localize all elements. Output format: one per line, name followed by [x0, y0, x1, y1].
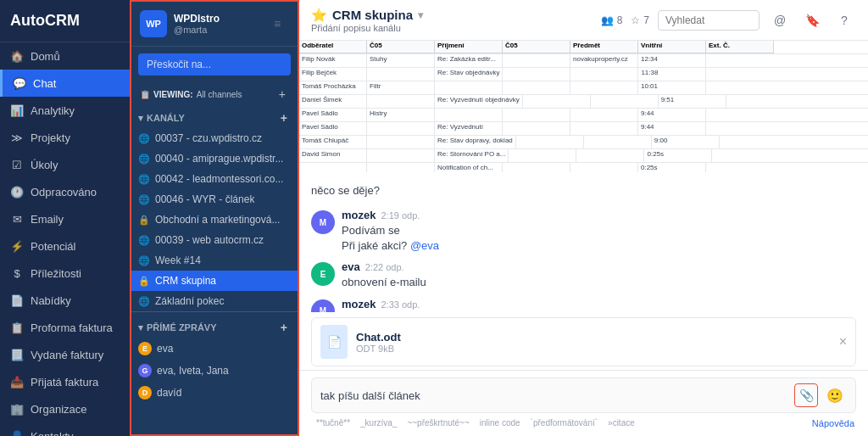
message-input[interactable] [320, 389, 789, 402]
message-group-1: Eeva2:22 odp.obnovení e-mailu [311, 260, 856, 290]
workspace-user: @marta [174, 25, 259, 35]
nav-item-přijatá-faktura[interactable]: 📥Přijatá faktura [0, 368, 130, 395]
spreadsheet-row: Pavel SádloRe: Vyzvednutí9:44 [299, 122, 868, 136]
attach-button[interactable]: 📎 [794, 383, 818, 407]
format-button-0[interactable]: **tučně** [313, 416, 353, 429]
format-button-1[interactable]: _kurzíva_ [357, 416, 400, 429]
add-channel-button[interactable]: + [275, 87, 289, 101]
channel-description[interactable]: Přidání popisu kanálu [311, 23, 423, 33]
nav-label: Úkoly [31, 159, 58, 171]
help-icon[interactable]: ? [832, 8, 856, 32]
header-actions: 👥 8 ☆ 7 @ 🔖 ? [601, 8, 856, 32]
nav-item-analytiky[interactable]: 📊Analytiky [0, 97, 130, 124]
nav-icon: 💬 [13, 76, 26, 90]
nav-item-chat[interactable]: 💬Chat [0, 70, 130, 97]
spreadsheet-row: Daniel ŠimekRe: Vyzvednutí objednávky9:5… [299, 95, 868, 109]
main-chat: ⭐ CRM skupina ▾ Přidání popisu kanálu 👥 … [299, 0, 868, 436]
channel-icon: 🔒 [138, 215, 150, 226]
attachment-close-button[interactable]: × [839, 334, 847, 349]
msg-time: 2:33 odp. [381, 299, 420, 310]
jump-to-search[interactable]: Přeskočit na... [138, 53, 291, 75]
nav-label: Projekty [31, 131, 70, 144]
nav-item-příležitosti[interactable]: $Příležitosti [0, 260, 130, 287]
channel-item-1[interactable]: 🌐00040 - amiprague.wpdistr... [131, 148, 298, 169]
spreadsheet-row: Tomáš ChlupáčRe: Stav dopravy, doklad9:0… [299, 136, 868, 149]
nav-item-projekty[interactable]: ≫Projekty [0, 124, 130, 151]
channel-icon: 🔒 [138, 276, 150, 287]
bookmark-icon[interactable]: 🔖 [800, 8, 824, 32]
nav-item-vydané-faktury[interactable]: 📃Vydané faktury [0, 341, 130, 368]
channel-icon: 🌐 [138, 194, 150, 205]
nav-item-nabídky[interactable]: 📄Nabídky [0, 287, 130, 314]
channel-item-5[interactable]: 🌐00039 - web autocrm.cz [131, 230, 298, 250]
members-count: 👥 8 [601, 14, 623, 26]
nav-label: Odpracováno [31, 186, 97, 198]
dm-item-2[interactable]: Ddavíd [131, 382, 298, 404]
channel-label: 00040 - amiprague.wpdistr... [155, 153, 283, 165]
channel-item-4[interactable]: 🔒Obchodní a marketingová... [131, 210, 298, 230]
nav-icon: 📄 [10, 293, 24, 307]
nav-icon: 👤 [10, 429, 24, 436]
emoji-button[interactable]: 🙂 [823, 383, 847, 407]
add-dm-plus[interactable]: + [277, 321, 291, 334]
nav-item-organizace[interactable]: 🏢Organizace [0, 395, 130, 422]
channel-label: 00039 - web autocrm.cz [155, 234, 264, 246]
nav-label: Kontakty [31, 430, 74, 437]
format-button-5[interactable]: »citace [604, 416, 638, 429]
spreadsheet-row: Filip NovákStuhyRe: Zakázka editr...nova… [299, 54, 868, 68]
message-group-2: Mmozek2:33 odp.Mě se to neděje. Zkus akt… [311, 298, 856, 312]
message-avatar: M [311, 299, 335, 312]
nav-icon: ☑ [10, 158, 24, 171]
nav-item-odpracováno[interactable]: 🕐Odpracováno [0, 178, 130, 205]
format-button-2[interactable]: ~~přeškrtnuté~~ [403, 416, 472, 429]
nav-label: Organizace [31, 403, 86, 416]
spreadsheet-row: David SimonRe: Stornování PO a...0:25s [299, 149, 868, 163]
channel-label: Základní pokec [155, 295, 224, 307]
message-avatar: E [311, 262, 335, 286]
channel-item-0[interactable]: 🌐00037 - czu.wpdistro.cz [131, 128, 298, 148]
format-button-3[interactable]: inline code [476, 416, 524, 429]
channel-icon: 🌐 [138, 133, 150, 144]
section-header-0: ▾KANÁLY+ [131, 106, 298, 128]
nav-item-emaily[interactable]: ✉Emaily [0, 205, 130, 232]
left-sidebar: AutoCRM 🏠Domů💬Chat📊Analytiky≫Projekty☑Úk… [0, 0, 130, 436]
msg-text: Při jaké akci? @eva [342, 238, 856, 254]
msg-sender: mozek [342, 298, 376, 310]
nav-item-domů[interactable]: 🏠Domů [0, 42, 130, 70]
channel-item-6[interactable]: 🌐Week #14 [131, 250, 298, 271]
workspace-header: WP WPDIstro @marta ≡ [131, 2, 298, 47]
format-help-link[interactable]: Nápověda [812, 418, 854, 428]
standalone-question: něco se děje? [311, 181, 856, 200]
spreadsheet-row: Filip BejčekRe: Stav objednávky11:38 [299, 68, 868, 81]
format-button-4[interactable]: `předformátování` [527, 416, 601, 429]
chat-search-input[interactable] [658, 10, 760, 31]
channel-icon: 🌐 [138, 235, 150, 246]
messages-area: něco se děje?Mmozek2:19 odp.Podívám sePř… [299, 172, 868, 312]
channel-item-3[interactable]: 🌐00046 - WYR - článek [131, 189, 298, 210]
section-header-1: ▾PŘÍMÉ ZPRÁVY+ [131, 316, 298, 338]
add-channel-plus[interactable]: + [277, 111, 291, 125]
attachment-name: Chat.odt [356, 331, 831, 344]
channel-item-2[interactable]: 🌐00042 - leadmontessori.co... [131, 169, 298, 189]
nav-icon: 📋 [10, 321, 24, 334]
nav-icon: 🕐 [10, 185, 24, 198]
nav-item-proforma-faktura[interactable]: 📋Proforma faktura [0, 314, 130, 341]
stars-count: ☆ 7 [631, 14, 649, 26]
channel-item-8[interactable]: 🌐Základní pokec [131, 291, 298, 311]
formatting-bar: **tučně**_kurzíva_~~přeškrtnuté~~inline … [311, 413, 856, 433]
channel-item-7[interactable]: 🔒CRM skupina [131, 271, 298, 291]
nav-item-potenciál[interactable]: ⚡Potenciál [0, 232, 130, 260]
nav-item-kontakty[interactable]: 👤Kontakty [0, 422, 130, 436]
nav-label: Domů [31, 50, 60, 63]
nav-label: Nabídky [31, 294, 71, 307]
dm-item-0[interactable]: Eeva [131, 338, 298, 360]
msg-time: 2:19 odp. [381, 210, 420, 221]
nav-icon: ≫ [10, 131, 24, 144]
chat-input-area: 📎 🙂 **tučně**_kurzíva_~~přeškrtnuté~~inl… [299, 370, 868, 436]
nav-item-úkoly[interactable]: ☑Úkoly [0, 151, 130, 178]
dm-item-1[interactable]: Geva, Iveta, Jana [131, 360, 298, 382]
nav-icon: 🏢 [10, 402, 24, 416]
workspace-menu-button[interactable]: ≡ [265, 12, 289, 36]
workspace-info: WPDIstro @marta [174, 13, 259, 35]
at-icon[interactable]: @ [768, 8, 792, 32]
